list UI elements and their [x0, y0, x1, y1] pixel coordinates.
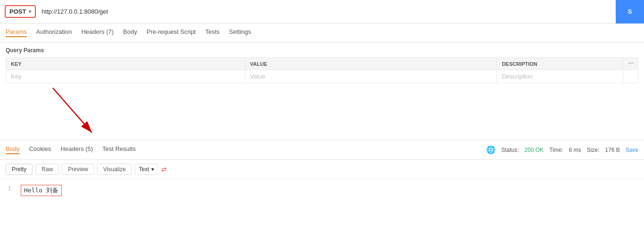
params-table: KEY VALUE DESCRIPTION ⋯ Key Value Descri…	[6, 57, 638, 83]
params-placeholder-row: Key Value Description	[6, 70, 638, 83]
tab-body[interactable]: Body	[123, 28, 137, 37]
response-section: Body Cookies Headers (5) Test Results 🌐 …	[0, 140, 644, 202]
tab-params[interactable]: Params	[6, 28, 27, 37]
code-content: Hello 刘备	[21, 185, 62, 196]
response-tabs-bar: Body Cookies Headers (5) Test Results 🌐 …	[0, 140, 644, 160]
method-label: POST	[9, 8, 26, 15]
save-link[interactable]: Save	[626, 147, 638, 153]
filter-icon[interactable]: ⇄	[161, 166, 167, 173]
text-type-select[interactable]: Text ▾	[135, 164, 158, 175]
col-header-key: KEY	[6, 58, 245, 70]
resp-tab-test-results[interactable]: Test Results	[102, 145, 136, 154]
method-selector[interactable]: POST ▾	[5, 5, 36, 18]
code-line-1: 1 Hello 刘备	[8, 185, 636, 196]
size-value: 176 B	[605, 147, 620, 153]
placeholder-value[interactable]: Value	[245, 70, 497, 83]
tab-pre-request-script[interactable]: Pre-request Script	[147, 28, 196, 37]
url-bar: POST ▾ S	[0, 0, 644, 24]
annotation-area	[0, 83, 644, 140]
placeholder-more	[623, 70, 638, 83]
size-label: Size:	[587, 147, 600, 153]
col-header-value: VALUE	[245, 58, 497, 70]
format-btn-visualize[interactable]: Visualize	[97, 164, 132, 175]
resp-tab-cookies[interactable]: Cookies	[29, 145, 51, 154]
resp-tab-headers[interactable]: Headers (5)	[61, 145, 93, 154]
method-chevron-icon: ▾	[29, 9, 31, 14]
url-input[interactable]	[36, 8, 616, 15]
code-output: 1 Hello 刘备	[0, 179, 644, 202]
svg-line-1	[53, 88, 92, 133]
globe-icon: 🌐	[486, 145, 496, 154]
status-label: Status:	[501, 147, 519, 153]
placeholder-key[interactable]: Key	[6, 70, 245, 83]
annotation-arrow	[0, 83, 644, 140]
format-btn-pretty[interactable]: Pretty	[6, 164, 33, 175]
status-value: 200 OK	[524, 147, 544, 153]
text-type-label: Text	[139, 166, 149, 173]
format-bar: Pretty Raw Preview Visualize Text ▾ ⇄	[0, 160, 644, 179]
tab-authorization[interactable]: Authorization	[36, 28, 72, 37]
query-params-title: Query Params	[6, 47, 638, 54]
line-number: 1	[8, 185, 15, 196]
query-params-section: Query Params KEY VALUE DESCRIPTION ⋯ Key…	[0, 42, 644, 83]
send-button[interactable]: S	[616, 0, 644, 24]
resp-tab-body[interactable]: Body	[6, 145, 20, 154]
tab-tests[interactable]: Tests	[205, 28, 220, 37]
response-tabs-left: Body Cookies Headers (5) Test Results	[6, 145, 486, 154]
time-value: 6 ms	[569, 147, 581, 153]
tab-headers[interactable]: Headers (7)	[82, 28, 114, 37]
tab-settings[interactable]: Settings	[229, 28, 251, 37]
col-header-more: ⋯	[623, 58, 638, 70]
request-tabs: Params Authorization Headers (7) Body Pr…	[0, 24, 644, 42]
text-type-chevron-icon: ▾	[151, 166, 154, 173]
format-btn-raw[interactable]: Raw	[35, 164, 59, 175]
response-status-bar: 🌐 Status: 200 OK Time: 6 ms Size: 176 B …	[486, 145, 638, 154]
placeholder-description[interactable]: Description	[497, 70, 623, 83]
format-btn-preview[interactable]: Preview	[62, 164, 94, 175]
col-header-description: DESCRIPTION	[497, 58, 623, 70]
time-label: Time:	[549, 147, 563, 153]
